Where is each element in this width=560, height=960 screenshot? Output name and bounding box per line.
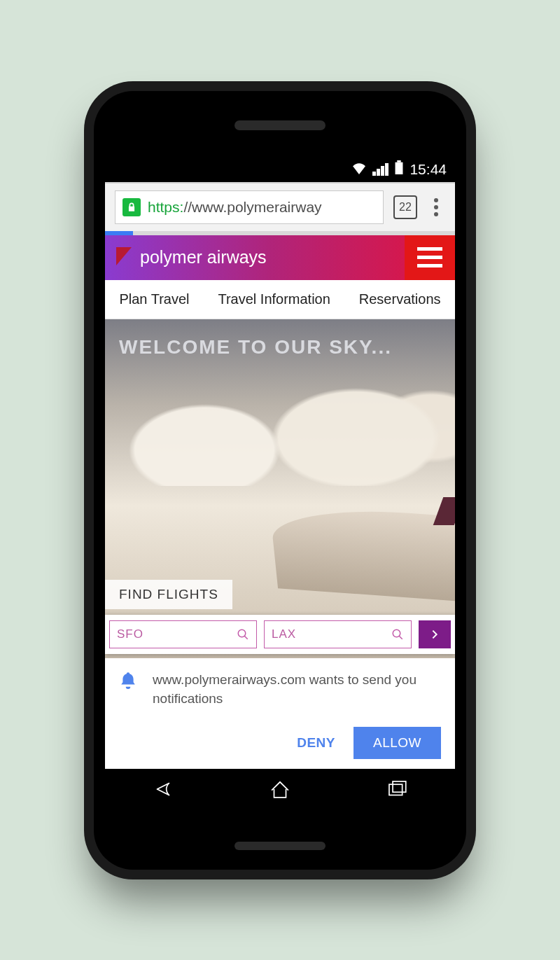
phone-earpiece — [234, 120, 326, 130]
allow-button[interactable]: ALLOW — [354, 727, 441, 759]
hamburger-menu-button[interactable] — [405, 235, 455, 280]
nav-reservations[interactable]: Reservations — [359, 291, 441, 307]
search-icon — [391, 628, 404, 641]
hero-title: WELCOME TO OUR SKY... — [119, 336, 392, 359]
tab-count: 22 — [399, 201, 412, 214]
phone-frame: 15:44 https://www.polymerairway 22 polym… — [84, 81, 476, 879]
status-time: 15:44 — [410, 161, 447, 178]
permission-message: www.polymerairways.com wants to send you… — [153, 671, 441, 708]
browser-menu-button[interactable] — [427, 198, 445, 216]
search-submit-button[interactable] — [419, 620, 451, 648]
url-bar[interactable]: https://www.polymerairway — [115, 190, 384, 224]
to-input[interactable]: LAX — [264, 620, 412, 648]
screen: 15:44 https://www.polymerairway 22 polym… — [105, 157, 455, 812]
chevron-right-icon — [429, 629, 440, 640]
flight-search-row: SFO LAX — [105, 615, 455, 654]
status-bar: 15:44 — [105, 157, 455, 182]
wifi-icon — [351, 161, 367, 178]
search-icon — [237, 628, 249, 641]
brand[interactable]: polymer airways — [105, 235, 405, 280]
svg-rect-7 — [393, 781, 406, 791]
cell-signal-icon — [372, 163, 388, 176]
battery-icon — [394, 160, 404, 178]
brand-logo-icon — [116, 247, 132, 265]
browser-toolbar: https://www.polymerairway 22 — [105, 182, 455, 231]
svg-line-3 — [244, 636, 248, 640]
hero: WELCOME TO OUR SKY... FIND FLIGHTS SFO L… — [105, 319, 455, 659]
svg-line-5 — [399, 636, 402, 640]
hero-clouds — [105, 367, 455, 486]
nav-plan-travel[interactable]: Plan Travel — [119, 291, 189, 307]
find-flights-label: FIND FLIGHTS — [105, 580, 232, 609]
lock-icon — [122, 198, 141, 216]
hero-wing — [270, 503, 455, 604]
site-header: polymer airways — [105, 235, 455, 280]
url-rest: //www.polymerairway — [183, 199, 321, 216]
phone-speaker-bottom — [234, 842, 326, 850]
notification-permission-prompt: www.polymerairways.com wants to send you… — [105, 658, 455, 768]
svg-point-2 — [238, 630, 246, 638]
url-scheme: https: — [148, 199, 183, 216]
from-input[interactable]: SFO — [109, 620, 257, 648]
to-value: LAX — [272, 627, 296, 641]
svg-point-4 — [393, 630, 400, 638]
android-nav-bar — [105, 769, 455, 812]
tab-switcher[interactable]: 22 — [393, 195, 417, 219]
home-button[interactable] — [268, 777, 292, 804]
deny-button[interactable]: DENY — [297, 735, 335, 751]
brand-name: polymer airways — [140, 247, 267, 267]
svg-rect-0 — [398, 160, 401, 162]
bell-icon — [119, 671, 137, 692]
svg-rect-6 — [389, 784, 402, 795]
from-value: SFO — [117, 627, 144, 641]
hero-wingtip — [433, 497, 455, 525]
site-nav: Plan Travel Travel Information Reservati… — [105, 280, 455, 319]
recents-button[interactable] — [385, 777, 409, 804]
svg-rect-1 — [396, 162, 403, 174]
page-load-progress — [105, 231, 455, 235]
nav-travel-information[interactable]: Travel Information — [218, 291, 330, 307]
back-button[interactable] — [151, 777, 175, 804]
